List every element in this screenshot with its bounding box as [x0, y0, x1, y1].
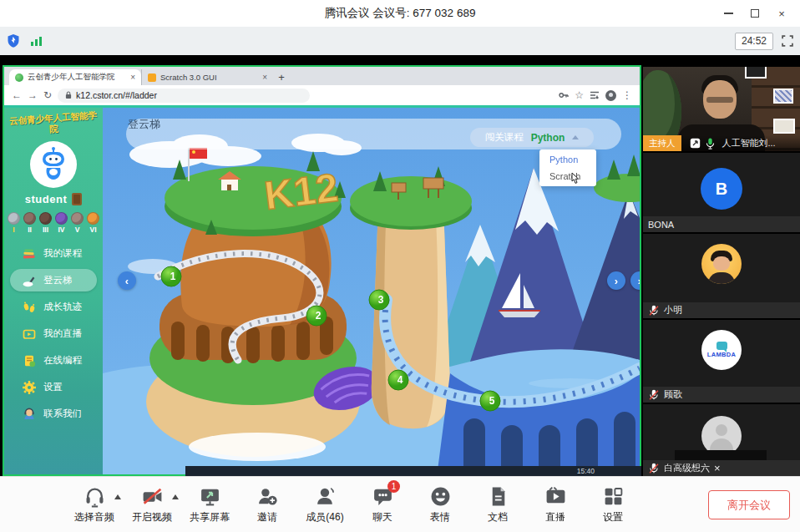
chevron-up-icon[interactable] — [172, 494, 179, 499]
emoji-button[interactable]: 表情 — [417, 484, 463, 524]
sidebar-item-contact-us[interactable]: 联系我们 — [10, 403, 97, 425]
mic-muted-icon — [648, 389, 660, 401]
close-icon[interactable]: × — [714, 462, 721, 474]
books-icon — [22, 246, 37, 261]
tab-close-icon[interactable]: × — [262, 73, 267, 82]
maximize-button[interactable] — [742, 0, 768, 27]
user-avatar — [30, 141, 77, 188]
meeting-statusbar: 24:52 — [0, 27, 800, 55]
browser-urlbar: ← → ↻ k12.cstor.cn/#/ladder ☆ — [4, 85, 640, 105]
participant-tile-host[interactable]: 主持人 人工智能刘... — [643, 67, 800, 151]
host-namebar: 主持人 人工智能刘... — [643, 135, 800, 151]
share-clock: 15:40 — [577, 467, 595, 475]
dropdown-option-scratch[interactable]: Scratch — [539, 168, 596, 185]
checkpoint-5[interactable]: 5 — [480, 391, 500, 411]
svg-text:2: 2 — [316, 310, 322, 322]
map-prev-arrow[interactable]: ‹ — [118, 271, 136, 290]
sidebar-item-settings[interactable]: 设置 — [10, 376, 97, 398]
forward-icon[interactable]: → — [28, 90, 38, 100]
pet-avatar-icon — [39, 212, 52, 225]
level-4[interactable]: IV — [55, 212, 68, 234]
share-screen-button[interactable]: 共享屏幕 — [186, 484, 233, 524]
maximize-icon — [751, 9, 759, 18]
avatar-memoji — [701, 244, 742, 284]
minimize-button[interactable] — [715, 0, 742, 27]
close-button[interactable]: × — [768, 0, 795, 27]
checkpoint-2[interactable]: 2 — [306, 306, 327, 326]
meeting-titlebar: 腾讯会议 会议号: 677 032 689 × — [0, 0, 800, 27]
new-tab-button[interactable]: + — [273, 69, 290, 85]
checkpoint-4[interactable]: 4 — [388, 370, 408, 390]
username: student — [25, 193, 67, 205]
avatar-lambda-logo: LAMBDA — [701, 330, 742, 370]
chat-unread-badge: 1 — [387, 480, 400, 493]
live-button[interactable]: 直播 — [532, 484, 579, 524]
members-button[interactable]: 成员(46) — [301, 484, 348, 524]
checkpoint-1[interactable]: 1 — [161, 266, 181, 286]
map-next-arrow[interactable]: › — [607, 271, 625, 290]
footprints-icon — [22, 300, 37, 315]
tab-scratch-gui[interactable]: Scratch 3.0 GUI × — [141, 69, 273, 85]
participant-tile-bona[interactable]: B BONA — [643, 153, 800, 232]
settings-button[interactable]: 设置 — [590, 484, 636, 524]
participants-panel: 主持人 人工智能刘... B BONA — [643, 55, 800, 476]
shared-screen-region: 云创青少年人工智能学院 × Scratch 3.0 GUI × + ← → ↻ — [0, 55, 643, 476]
tab-k12-academy[interactable]: 云创青少年人工智能学院 × — [9, 69, 141, 85]
logout-door-icon[interactable] — [72, 193, 82, 205]
sidebar-item-my-live[interactable]: 我的直播 — [10, 322, 97, 345]
bookmark-star-icon[interactable]: ☆ — [575, 90, 584, 100]
address-bar[interactable]: k12.cstor.cn/#/ladder — [58, 89, 310, 103]
level-2[interactable]: II — [23, 212, 37, 234]
level-6[interactable]: VI — [87, 212, 100, 234]
sidebar-item-online-coding[interactable]: 在线编程 — [10, 349, 97, 372]
network-signal-icon[interactable] — [30, 35, 43, 47]
cloud-ladder-icon — [22, 273, 37, 288]
meeting-timer: 24:52 — [735, 33, 773, 50]
back-icon[interactable]: ← — [12, 90, 22, 100]
docs-button[interactable]: 文档 — [474, 484, 521, 524]
level-5[interactable]: V — [71, 212, 84, 234]
chat-button[interactable]: 1 聊天 — [359, 484, 406, 524]
course-dropdown: Python Scratch — [539, 149, 596, 186]
level-1[interactable]: I — [8, 212, 21, 234]
chevron-up-icon[interactable] — [114, 494, 121, 499]
sidebar-item-growth-track[interactable]: 成长轨迹 — [10, 296, 97, 318]
start-video-button[interactable]: 开启视频 — [129, 484, 175, 524]
settings-icon — [602, 484, 625, 508]
course-select[interactable]: 闯关课程 Python — [470, 128, 594, 147]
course-select-value: Python — [531, 132, 565, 144]
browser-menu-icon[interactable]: ⋮ — [622, 90, 632, 100]
picture-frame — [745, 67, 767, 79]
pet-avatar-icon — [23, 212, 36, 225]
tv-icon — [22, 327, 37, 342]
svg-text:4: 4 — [397, 374, 403, 386]
headset-icon — [84, 484, 106, 508]
fullscreen-icon[interactable] — [782, 35, 793, 47]
key-icon[interactable] — [559, 91, 569, 99]
invite-button[interactable]: 邀请 — [244, 484, 291, 524]
reload-icon[interactable]: ↻ — [43, 90, 52, 100]
participant-tile-clipped[interactable]: 白高级想六 × — [643, 404, 800, 476]
scratch-favicon — [148, 73, 156, 82]
leave-meeting-button[interactable]: 离开会议 — [708, 490, 790, 519]
tab-close-icon[interactable]: × — [130, 73, 135, 82]
checkpoint-3[interactable]: 3 — [369, 290, 389, 310]
level-3[interactable]: III — [39, 212, 53, 234]
participant-name: 小明 — [664, 304, 682, 317]
sidebar-item-my-courses[interactable]: 我的课程 — [10, 242, 97, 265]
participant-tile-xiaoming[interactable]: 小明 — [643, 234, 800, 318]
security-shield-icon[interactable] — [7, 33, 20, 48]
participant-name: 人工智能刘... — [722, 137, 776, 149]
dropdown-option-python[interactable]: Python — [539, 151, 596, 168]
picture-frame — [773, 119, 795, 134]
audio-select-button[interactable]: 选择音频 — [71, 484, 118, 524]
participant-tile-guge[interactable]: LAMBDA 顾歌 — [643, 320, 800, 403]
reading-list-icon[interactable] — [590, 91, 600, 99]
svg-text:5: 5 — [489, 395, 495, 407]
site-logo: 云创青少年人工智能学院 — [4, 109, 103, 138]
sidebar-item-cloud-ladder[interactable]: 登云梯 — [10, 269, 97, 291]
coding-icon — [22, 353, 37, 368]
lambda-bubble-icon — [716, 342, 727, 350]
minimize-icon — [724, 13, 733, 14]
profile-avatar-icon[interactable] — [605, 90, 616, 101]
